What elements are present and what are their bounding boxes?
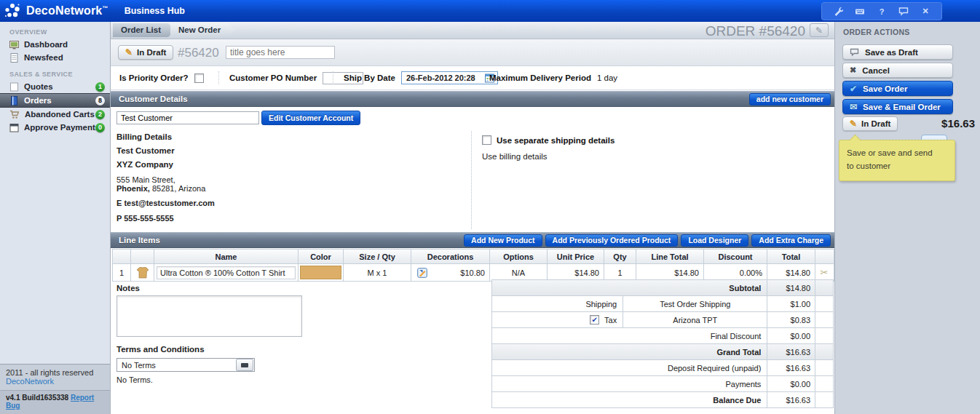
save-email-order-button[interactable]: ✉ Save & Email Order [842, 99, 953, 114]
col-size-qty: Size / Qty [344, 250, 411, 263]
sidebar-item-quotes[interactable]: Quotes 1 [0, 80, 110, 93]
version-text: v4.1 Build1635338 [6, 394, 68, 402]
col-color: Color [299, 250, 344, 263]
delete-row-cell[interactable]: ✂ [815, 264, 833, 281]
shipping-value[interactable]: $1.00 [767, 296, 815, 311]
shipping-row: Shipping Test Order Shipping $1.00 [492, 295, 833, 311]
product-name-cell[interactable]: Ultra Cotton ® 100% Cotton T Shirt [154, 264, 299, 281]
sidebar-item-abandoned-carts[interactable]: Abandoned Carts 2 [0, 108, 110, 121]
deposit-row: Deposit Required (unpaid) $16.63 [492, 359, 833, 375]
add-new-customer-button[interactable]: add new customer [749, 93, 831, 106]
status-in-draft-button[interactable]: ✎ In Draft [118, 45, 173, 60]
separate-shipping-checkbox[interactable] [482, 135, 491, 145]
col-decorations: Decorations [411, 250, 490, 263]
remove-item-icon[interactable]: ✂ [821, 267, 829, 278]
pencil-icon: ✎ [815, 26, 823, 35]
sidebar-item-dashboard[interactable]: Dashboard [0, 38, 110, 51]
line-items-table: Name Color Size / Qty Decorations Option… [112, 249, 834, 282]
deconetwork-link[interactable]: DecoNetwork [6, 377, 54, 386]
keyboard-icon[interactable] [854, 6, 866, 17]
product-thumbnail[interactable] [131, 264, 154, 281]
abandoned-carts-count-badge: 2 [95, 110, 105, 119]
help-icon[interactable]: ? [876, 6, 888, 17]
payments-value: $0.00 [767, 376, 815, 391]
payments-row: Payments $0.00 [492, 375, 833, 391]
col-unit-price: Unit Price [548, 250, 604, 263]
order-number: #56420 [178, 46, 219, 60]
ship-by-date-input[interactable] [405, 73, 482, 83]
sidebar: OVERVIEW Dashboard Newsfeed SALES & SERV… [0, 22, 111, 414]
add-extra-charge-button[interactable]: Add Extra Charge [751, 234, 831, 247]
save-as-draft-button[interactable]: Save as Draft [842, 44, 953, 60]
color-swatch [300, 266, 341, 279]
save-order-button[interactable]: ✔ Save Order [842, 81, 953, 96]
row-number: 1 [113, 264, 131, 281]
top-bar: DecoNetwork™ Business Hub ? ✕ [0, 0, 980, 22]
tshirt-icon [137, 267, 149, 279]
tooltip-arrow [850, 135, 861, 146]
billing-shipping-divider [471, 131, 472, 229]
billing-details: Billing Details Test Customer XYZ Compan… [116, 132, 466, 223]
cancel-button[interactable]: ✖ Cancel [842, 63, 953, 78]
tab-new-order[interactable]: New Order [170, 23, 235, 37]
brand-name: DecoNetwork™ [26, 4, 108, 17]
order-actions-panel: ORDER ACTIONS Save as Draft ✖ Cancel ✔ S… [834, 22, 980, 414]
deconetwork-logo-icon [4, 3, 20, 19]
pencil-icon: ✎ [125, 48, 133, 57]
qty-cell[interactable]: 1 [604, 264, 636, 281]
envelope-icon: ✉ [850, 102, 857, 112]
load-designer-button[interactable]: Load Designer [681, 234, 748, 247]
terms-select[interactable]: No Terms [116, 358, 255, 372]
table-row: 1 Ultra Cotton ® 100% Cotton T Shirt M x… [113, 263, 834, 281]
topbar-icon-tray: ? ✕ [821, 2, 942, 20]
unit-price-cell[interactable]: $14.80 [548, 264, 604, 281]
copyright-text: 2011 - all rights reserved [6, 368, 93, 377]
line-items-bar: Line Items Add New Product Add Previousl… [111, 232, 834, 248]
add-new-product-button[interactable]: Add New Product [464, 234, 542, 247]
dropdown-button[interactable] [236, 359, 253, 371]
order-title-input[interactable] [226, 46, 335, 59]
deposit-value[interactable]: $16.63 [767, 360, 815, 375]
sidebar-item-approve-payments[interactable]: Approve Payments 0 [0, 121, 110, 134]
use-billing-text: Use billing details [482, 152, 615, 161]
priority-checkbox[interactable] [194, 73, 204, 83]
close-icon[interactable]: ✕ [920, 6, 931, 17]
wrench-icon[interactable] [832, 6, 844, 17]
edit-customer-account-button[interactable]: Edit Customer Account [261, 111, 360, 125]
billing-name: Test Customer [116, 146, 466, 155]
decorations-icon[interactable] [417, 268, 427, 278]
sidebar-item-orders[interactable]: Orders 8 [0, 93, 110, 108]
col-line-total: Line Total [636, 250, 704, 263]
shipping-method[interactable]: Test Order Shipping [623, 296, 767, 311]
color-cell[interactable] [299, 264, 344, 281]
max-delivery-value: 1 day [597, 73, 617, 82]
chat-icon[interactable] [898, 6, 909, 17]
decorations-cell[interactable]: $10.80 [411, 264, 490, 281]
add-previously-ordered-button[interactable]: Add Previously Ordered Product [545, 234, 679, 247]
billing-address-line2: Phoenix, 85281, Arizona [116, 184, 466, 193]
check-icon: ✔ [850, 84, 857, 94]
line-total-cell: $14.80 [636, 264, 704, 281]
options-cell: N/A [490, 264, 548, 281]
billing-phone: P 555-555-5555 [116, 214, 466, 223]
terms-label: Terms and Conditions [116, 345, 205, 354]
sidebar-footer: 2011 - all rights reserved DecoNetwork v… [0, 364, 110, 414]
final-discount-row: Final Discount $0.00 [492, 327, 833, 343]
edit-order-title-button[interactable]: ✎ [810, 23, 829, 37]
final-discount-value[interactable]: $0.00 [767, 328, 815, 343]
status-in-draft-badge[interactable]: ✎ In Draft [842, 116, 898, 131]
order-actions-title: ORDER ACTIONS [843, 28, 980, 36]
order-totals: Subtotal $14.80 Shipping Test Order Ship… [491, 279, 834, 408]
customer-name-input[interactable] [116, 111, 259, 124]
tax-checkbox[interactable]: ✔ [590, 315, 599, 325]
notes-textarea[interactable] [116, 295, 302, 337]
sidebar-item-newsfeed[interactable]: Newsfeed [0, 51, 110, 64]
tab-order-list[interactable]: Order List [113, 23, 175, 37]
grand-total-row: Grand Total $16.63 [492, 343, 833, 359]
newsfeed-icon [9, 53, 19, 63]
size-qty-cell[interactable]: M x 1 [344, 264, 411, 281]
approve-payments-icon [9, 123, 19, 132]
discount-cell[interactable]: 0.00% [704, 264, 767, 281]
total-cell: $14.80 [767, 264, 815, 281]
order-fields-row: Is Priority Order? Customer PO Number Sh… [111, 66, 834, 90]
